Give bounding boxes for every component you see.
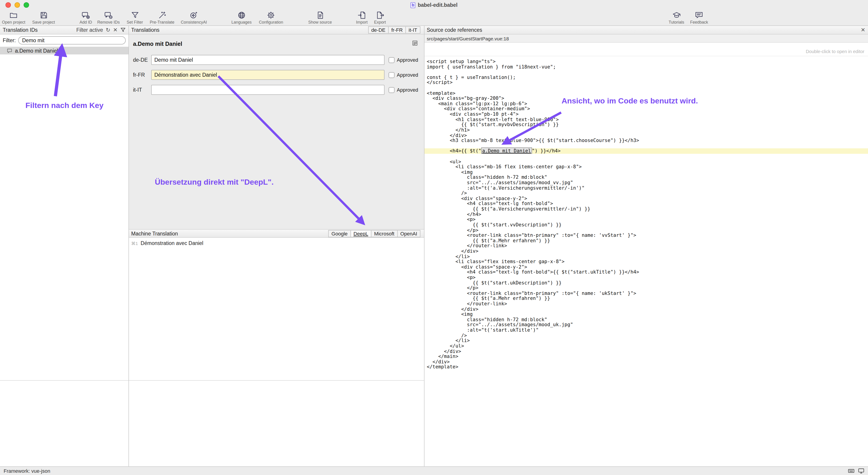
tutorials-button[interactable]: Tutorials [669,11,684,25]
file-reference-bar[interactable]: src/pages/start/GuestStartPage.vue:18 [424,34,868,43]
filter-icon [130,11,139,20]
code-line: <script setup lang="ts"> [427,59,868,64]
window-controls [5,2,29,8]
tab-google[interactable]: Google [328,230,351,237]
filter-icon[interactable] [120,27,126,33]
approved-checkbox[interactable] [389,72,395,78]
tab-deepl[interactable]: DeepL [350,230,371,237]
filter-label: Filter: [3,38,16,43]
code-line: </li> [427,254,868,259]
code-line: <p> [427,275,868,280]
mt-result-text: Démonstration avec Daniel [141,240,204,246]
feedback-icon [695,11,704,20]
code-line: <ul> [427,159,868,164]
panel-divider[interactable] [424,26,425,466]
code-line: <div class="bg-gray-200"> [427,96,868,101]
keyboard-icon[interactable] [848,468,855,474]
source-references-panel: src/pages/start/GuestStartPage.vue:18 Do… [424,34,868,466]
import-button[interactable]: Import [356,11,368,25]
tab-microsoft[interactable]: Microsoft [371,230,398,237]
code-line: </script> [427,80,868,85]
show-source-button[interactable]: Show source [308,11,332,25]
add-id-button[interactable]: Add ID [80,11,92,25]
tab-de-DE[interactable]: de-DE [368,26,389,34]
panel-divider[interactable] [128,26,129,466]
highlighted-code-line: <h4>{{ $t("a.Demo mit Daniel") }}</h4> [424,148,868,154]
translation-input-it-IT[interactable] [151,85,384,95]
code-line: <img [427,170,868,175]
code-line [427,69,868,75]
language-label: it-IT [133,87,151,93]
minimize-window-button[interactable] [14,2,20,8]
code-line: class="hidden h-72 md:block" [427,317,868,323]
code-line: </div> [427,359,868,364]
save-icon [39,11,48,20]
toolbar-label: ConsistencyAI [181,20,207,25]
toolbar-label: Set Filter [127,20,143,25]
close-window-button[interactable] [5,2,11,8]
panel-title: Machine Translation [131,231,178,236]
code-line: </h1> [427,128,868,133]
consistency-ai-button[interactable]: ConsistencyAI [181,11,207,25]
code-line: :alt="t('a.Versicherungsvermittler/-in')… [427,185,868,191]
code-line: </div> [427,349,868,354]
tab-fr-FR[interactable]: fr-FR [388,26,406,34]
translation-input-de-DE[interactable] [151,55,384,65]
tab-openai[interactable]: OpenAI [397,230,421,237]
code-line: </p> [427,228,868,233]
mt-result-row[interactable]: ⌘1 Démonstration avec Daniel [131,240,204,246]
refresh-filter-icon[interactable]: ↻ [106,27,110,33]
close-icon[interactable]: ✕ [861,27,865,33]
translation-ids-panel: Filter: a.Demo mit Daniel [0,34,128,466]
tab-it-IT[interactable]: it-IT [405,26,421,34]
editor-hint: Double-click to open in editor [806,49,864,54]
open-project-button[interactable]: Open project [2,11,25,25]
filter-input[interactable] [18,36,126,44]
approved-label: Approved [397,87,418,93]
code-line: src="../../assets/images/mood_uk.jpg" [427,323,868,328]
export-icon [376,11,384,20]
translation-row: fr-FR Approved [133,70,422,80]
machine-translation-header: Machine Translation Google DeepL Microso… [128,229,424,238]
remove-ids-icon [104,11,113,20]
configuration-button[interactable]: Configuration [259,11,283,25]
pre-translate-button[interactable]: Pre-Translate [150,11,174,25]
code-line: <p> [427,217,868,222]
translation-ids-header: Translation IDs Filter active ↻ ✕ [0,26,128,34]
code-line: <div class="space-y-2"> [427,265,868,270]
languages-button[interactable]: Languages [231,11,251,25]
display-icon[interactable] [858,468,864,474]
panel-title: Translation IDs [3,27,38,33]
zoom-window-button[interactable] [24,2,29,8]
export-button[interactable]: Export [374,11,386,25]
approved-checkbox[interactable] [389,87,395,93]
toolbar-label: Export [374,20,386,25]
toolbar-label: Languages [231,20,251,25]
language-label: de-DE [133,57,151,63]
code-line: </h4> [427,212,868,217]
code-line: <router-link class="btn-primary" :to="{ … [427,233,868,238]
tutorials-icon [672,11,681,20]
gear-icon [267,11,275,20]
filter-row: Filter: [0,36,128,44]
set-filter-button[interactable]: Set Filter [127,11,143,25]
code-line: </ul> [427,343,868,349]
approved-label: Approved [397,72,418,77]
code-line: import { useTranslation } from "i18next-… [427,64,868,69]
code-line: {{ $t("start.vvDescription") }} [427,222,868,228]
translation-input-fr-FR[interactable] [151,70,384,80]
save-project-button[interactable]: Save project [32,11,55,25]
toolbar-label: Open project [2,20,25,25]
language-tabs: de-DE fr-FR it-IT [369,26,421,34]
clear-filter-icon[interactable]: ✕ [113,27,118,33]
feedback-button[interactable]: Feedback [690,11,708,25]
code-line: <h1 class="text-left text-blue-900"> [427,117,868,122]
translation-id-item[interactable]: a.Demo mit Daniel [0,47,128,55]
comment-note-icon[interactable] [412,40,417,46]
titlebar: b babel-edit.babel [0,0,868,10]
approved-checkbox[interactable] [389,57,395,63]
code-line: /> [427,191,868,196]
code-line: {{ $t("a.Mehr erfahren") }} [427,296,868,301]
code-line: <router-link class="btn-primary" :to="{ … [427,291,868,296]
remove-ids-button[interactable]: Remove IDs [97,11,120,25]
